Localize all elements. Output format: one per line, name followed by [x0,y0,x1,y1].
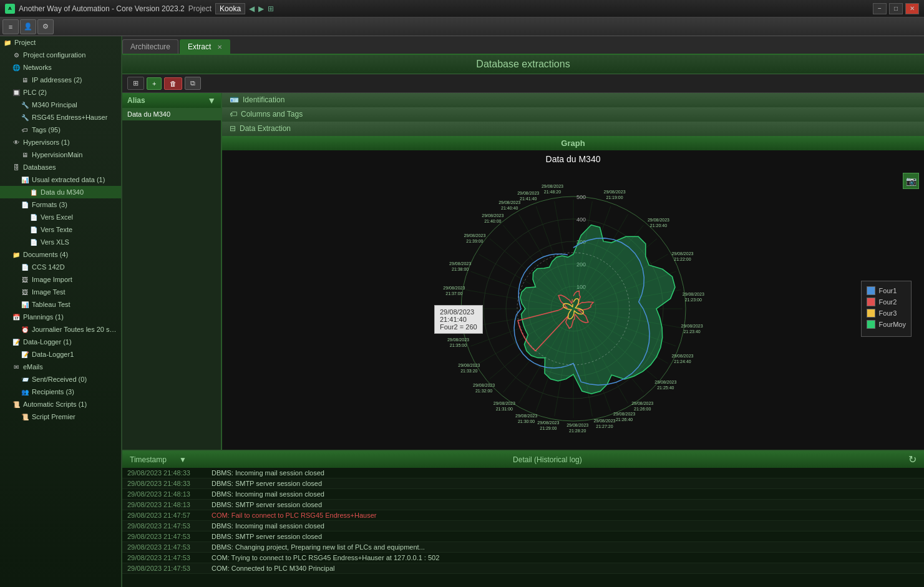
sidebar-item[interactable]: 📝Data-Logger (1) [0,336,121,348]
sidebar-label: Tags (95) [32,126,61,133]
sidebar-item[interactable]: 🖥IP addresses (2) [0,74,121,86]
sidebar-item[interactable]: 📄Formats (3) [0,198,121,211]
accordion-identification[interactable]: 🪪 Identification [222,93,924,107]
log-row: 29/08/2023 21:47:53COM: Trying to connec… [122,553,924,563]
project-name[interactable]: Kooka [215,3,245,14]
minimize-button[interactable]: − [873,3,887,14]
alias-sort-icon[interactable]: ▼ [207,95,216,105]
sidebar-icon: ⏰ [20,324,30,334]
sidebar-item[interactable]: 📊Usual extracted data (1) [0,173,121,186]
sidebar-label: Vers Excel [41,213,73,221]
accordion-columns-tags[interactable]: 🏷 Columns and Tags [222,107,924,122]
nav-back-icon[interactable]: ◀ [249,4,255,13]
svg-text:21:22:00: 21:22:00 [674,257,691,261]
grid-view-button[interactable]: ⊞ [127,77,144,90]
tab-architecture[interactable]: Architecture [122,39,178,54]
maximize-button[interactable]: □ [889,3,903,14]
log-row: 29/08/2023 21:47:53DBMS: SMTP server ses… [122,531,924,542]
nav-grid-icon[interactable]: ⊞ [268,4,274,13]
log-row: 29/08/2023 21:47:53DBMS: Changing projec… [122,542,924,553]
sidebar-item[interactable]: ✉eMails [0,361,121,373]
log-message: DBMS: Incoming mail session closed [212,490,324,498]
sidebar-item[interactable]: 👥Recipients (3) [0,386,121,398]
sidebar-icon: 📜 [20,412,30,422]
sidebar-item[interactable]: 📄CCS 142D [0,261,121,273]
tab-extract[interactable]: Extract ✕ [180,39,230,54]
copy-extraction-button[interactable]: ⧉ [185,77,201,90]
log-sort-icon[interactable]: ▼ [179,455,187,464]
sidebar-icon: 📄 [20,262,30,272]
log-timestamp-col: Timestamp [130,455,167,464]
settings-button[interactable]: ⚙ [37,19,54,34]
sidebar-label: PLC (2) [23,89,47,96]
menu-button[interactable]: ≡ [2,19,19,34]
log-row: 29/08/2023 21:48:13DBMS: SMTP server ses… [122,500,924,510]
sidebar-icon: 📜 [11,399,21,409]
sidebar-label: Automatic Scripts (1) [23,400,87,408]
svg-text:21:38:00: 21:38:00 [452,267,469,271]
sidebar-item[interactable]: 📜Automatic Scripts (1) [0,398,121,410]
columns-tags-label: Columns and Tags [241,110,303,119]
sidebar-item[interactable]: 📄Vers Excel [0,211,121,223]
legend-label: Four1 [879,287,897,294]
sidebar-icon: 👁 [11,137,21,147]
legend-label: FourMoy [879,321,906,328]
sidebar-icon: 🌐 [11,62,21,72]
sidebar-item[interactable]: 📋Data du M340 [0,186,121,198]
sidebar-item[interactable]: 📄Vers XLS [0,236,121,248]
sidebar-item[interactable]: 📜Script Premier [0,410,121,423]
alias-list: Data du M340 [122,108,221,120]
sidebar-item[interactable]: ⏰Journalier Toutes les 20 seco [0,323,121,336]
sidebar-item[interactable]: 📁Project [0,36,121,49]
alias-item[interactable]: Data du M340 [122,108,221,120]
tab-extract-close[interactable]: ✕ [217,44,222,51]
user-button[interactable]: 👤 [20,19,36,34]
svg-text:29/08/2023: 29/08/2023 [447,337,469,342]
extraction-toolbar: ⊞ + 🗑 ⧉ [122,74,924,93]
sidebar-label: Formats (3) [32,201,67,208]
identification-label: Identification [243,95,284,104]
sidebar-item[interactable]: 🖼Image Import [0,273,121,286]
log-panel: Timestamp ▼ Detail (Historical log) ↻ 29… [122,450,924,587]
sidebar-item[interactable]: 📁Documents (4) [0,248,121,261]
add-extraction-button[interactable]: + [147,77,162,90]
sidebar-item[interactable]: 📝Data-Logger1 [0,348,121,361]
log-message: COM: Trying to connect to PLC RSG45 Endr… [212,554,439,561]
sidebar-label: IP addresses (2) [32,76,82,84]
sidebar-item[interactable]: 📅Plannings (1) [0,311,121,323]
sidebar-item[interactable]: 🖼Image Test [0,286,121,298]
log-refresh-icon[interactable]: ↻ [908,454,917,465]
sidebar-label: Vers XLS [41,238,69,246]
snapshot-button[interactable]: 📷 [903,173,919,189]
svg-text:29/08/2023: 29/08/2023 [498,200,520,205]
sidebar-item[interactable]: 📨Sent/Received (0) [0,373,121,386]
main-layout: 📁Project⚙Project configuration🌐Networks🖥… [0,36,924,587]
accordion-data-extraction[interactable]: ⊟ Data Extraction [222,122,924,136]
graph-area: Graph Data du M340 [222,136,924,450]
close-button[interactable]: ✕ [905,3,919,14]
nav-play-icon[interactable]: ▶ [258,4,264,13]
sidebar-item[interactable]: 🖥HypervisionMain [0,148,121,161]
log-message: DBMS: Incoming mail session closed [212,469,324,477]
svg-text:29/08/2023: 29/08/2023 [631,401,653,405]
delete-extraction-button[interactable]: 🗑 [164,77,182,90]
svg-text:21:24:40: 21:24:40 [674,359,691,364]
sidebar-item[interactable]: 👁Hypervisors (1) [0,136,121,148]
sidebar-item[interactable]: 🗄Databases [0,161,121,173]
db-extractions-header: Database extractions [122,55,924,74]
sidebar-item[interactable]: 🔧RSG45 Endress+Hauser [0,111,121,124]
legend-color-box [867,309,875,318]
sidebar-item[interactable]: 🔧M340 Principal [0,99,121,111]
sidebar-item[interactable]: ⚙Project configuration [0,49,121,61]
log-message: DBMS: SMTP server session closed [212,533,322,540]
sidebar-item[interactable]: 📊Tableau Test [0,298,121,311]
sidebar-item[interactable]: 🔲PLC (2) [0,86,121,99]
sidebar-item[interactable]: 🌐Networks [0,61,121,74]
sidebar-icon: 🗄 [11,162,21,172]
legend-item: Four2 [867,298,906,306]
sidebar-icon: 🖼 [20,274,30,284]
sidebar-item[interactable]: 📄Vers Texte [0,223,121,236]
sidebar-label: Networks [23,64,52,71]
sidebar-item[interactable]: 🏷Tags (95) [0,124,121,136]
svg-text:29/08/2023: 29/08/2023 [449,261,471,266]
